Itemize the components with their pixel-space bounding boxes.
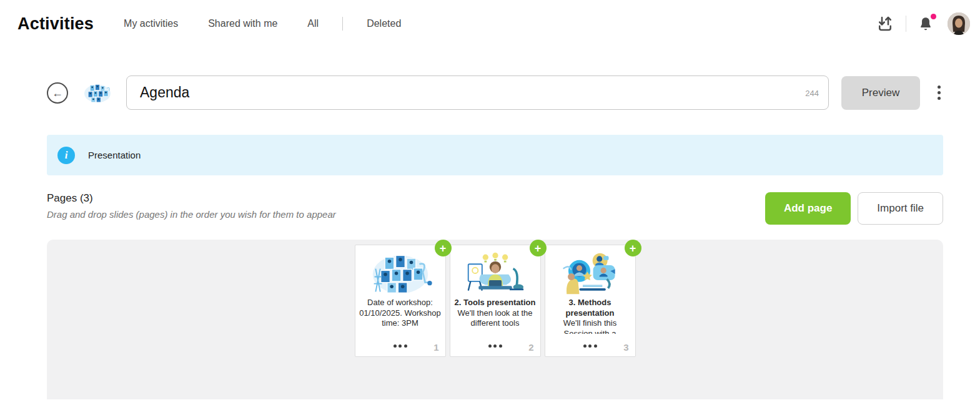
- page-title-text: 3. Methods presentation: [549, 298, 631, 318]
- page-body-text: Date of workshop: 01/10/2025. Workshop t…: [359, 298, 442, 329]
- activity-title-input-wrap: 244: [126, 76, 829, 110]
- page-menu-icon[interactable]: [545, 344, 635, 348]
- character-count: 244: [805, 88, 819, 97]
- add-page-button[interactable]: Add page: [765, 192, 851, 225]
- activity-title-row: ← 244 Preview: [47, 76, 943, 110]
- page-menu-icon[interactable]: [355, 344, 445, 348]
- page-2-thumbnail-illustration: [462, 251, 528, 295]
- tab-deleted[interactable]: Deleted: [367, 18, 401, 29]
- top-bar: Activities My activities Shared with me …: [0, 0, 980, 47]
- pages-subtitle: Drag and drop slides (pages) in the orde…: [47, 209, 336, 220]
- page-title-text: 2. Tools presentation: [454, 298, 537, 308]
- page-3-text: 3. Methods presentation We'll finish thi…: [545, 298, 635, 334]
- info-banner: i Presentation: [47, 135, 943, 175]
- export-import-icon[interactable]: [876, 14, 894, 33]
- page-menu-icon[interactable]: [450, 344, 540, 348]
- page-card-1[interactable]: + Date of workshop: 01/1: [355, 245, 446, 357]
- import-file-button[interactable]: Import file: [858, 192, 943, 225]
- info-banner-text: Presentation: [88, 150, 141, 160]
- page-3-thumbnail-illustration: [557, 251, 623, 295]
- preview-button[interactable]: Preview: [841, 76, 920, 110]
- page-1-text: Date of workshop: 01/10/2025. Workshop t…: [355, 298, 445, 334]
- tab-shared-with-me[interactable]: Shared with me: [208, 18, 277, 29]
- info-icon: i: [57, 147, 75, 164]
- insert-page-plus-icon[interactable]: +: [625, 240, 641, 256]
- page-number: 3: [623, 342, 628, 353]
- page-body-text: We'll then look at the different tools: [454, 308, 537, 329]
- page-2-text: 2. Tools presentation We'll then look at…: [450, 298, 540, 334]
- insert-page-plus-icon[interactable]: +: [435, 240, 452, 256]
- notification-dot: [931, 14, 936, 19]
- top-actions: [876, 12, 970, 35]
- activities-tabs: My activities Shared with me All Deleted: [124, 17, 431, 31]
- action-divider: [906, 16, 906, 32]
- page-number: 1: [433, 342, 438, 353]
- back-button[interactable]: ←: [47, 82, 68, 104]
- page-number: 2: [528, 342, 533, 353]
- pages-heading: Pages (3): [47, 192, 336, 205]
- page-card-3[interactable]: + 3. Methods presentation: [545, 245, 636, 357]
- activity-thumbnail: [82, 80, 112, 106]
- page-card-2[interactable]: + 2. Tools p: [450, 245, 541, 357]
- kebab-menu-icon[interactable]: [934, 82, 943, 104]
- activity-title-input[interactable]: [126, 76, 829, 110]
- tab-all[interactable]: All: [307, 18, 319, 29]
- pages-header: Pages (3) Drag and drop slides (pages) i…: [47, 192, 943, 225]
- page-1-thumbnail-illustration: [367, 251, 433, 295]
- user-avatar[interactable]: [948, 12, 970, 35]
- back-arrow-icon: ←: [52, 87, 63, 99]
- tab-my-activities[interactable]: My activities: [124, 18, 178, 29]
- pages-panel: + Date of workshop: 01/1: [47, 240, 943, 399]
- page-body-text: We'll finish this Session with a: [549, 318, 631, 334]
- insert-page-plus-icon[interactable]: +: [530, 240, 547, 256]
- page-title: Activities: [17, 14, 94, 34]
- tab-divider: [342, 17, 343, 31]
